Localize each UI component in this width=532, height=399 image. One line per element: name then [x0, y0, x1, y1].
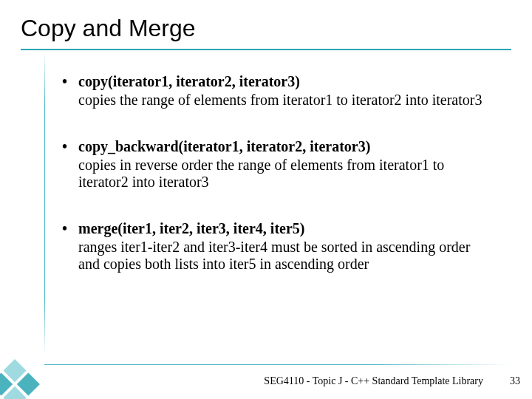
item-heading: • copy_backward(iterator1, iterator2, it… [58, 137, 494, 155]
page-number: 33 [510, 375, 520, 387]
list-item: • copy_backward(iterator1, iterator2, it… [58, 137, 494, 191]
bullet-icon: • [62, 72, 67, 90]
vertical-accent-line [44, 50, 45, 355]
item-heading: • merge(iter1, iter2, iter3, iter4, iter… [58, 219, 494, 237]
footer-line [44, 364, 511, 365]
content-area: • copy(iterator1, iterator2, iterator3) … [58, 72, 494, 301]
page-title: Copy and Merge [21, 15, 196, 42]
item-heading-text: copy(iterator1, iterator2, iterator3) [78, 73, 300, 89]
slide: Copy and Merge • copy(iterator1, iterato… [0, 0, 532, 399]
list-item: • merge(iter1, iter2, iter3, iter4, iter… [58, 219, 494, 273]
item-description: ranges iter1-iter2 and iter3-iter4 must … [58, 239, 494, 273]
footer-text: SEG4110 - Topic J - C++ Standard Templat… [264, 375, 483, 387]
title-underline [21, 49, 511, 50]
list-item: • copy(iterator1, iterator2, iterator3) … [58, 72, 494, 109]
item-description: copies the range of elements from iterat… [58, 92, 494, 109]
bullet-icon: • [62, 219, 67, 237]
item-description: copies in reverse order the range of ele… [58, 157, 494, 191]
item-heading-text: copy_backward(iterator1, iterator2, iter… [78, 138, 370, 154]
item-heading-text: merge(iter1, iter2, iter3, iter4, iter5) [78, 220, 304, 236]
bullet-icon: • [62, 137, 67, 155]
item-heading: • copy(iterator1, iterator2, iterator3) [58, 72, 494, 90]
corner-decoration [0, 325, 74, 399]
